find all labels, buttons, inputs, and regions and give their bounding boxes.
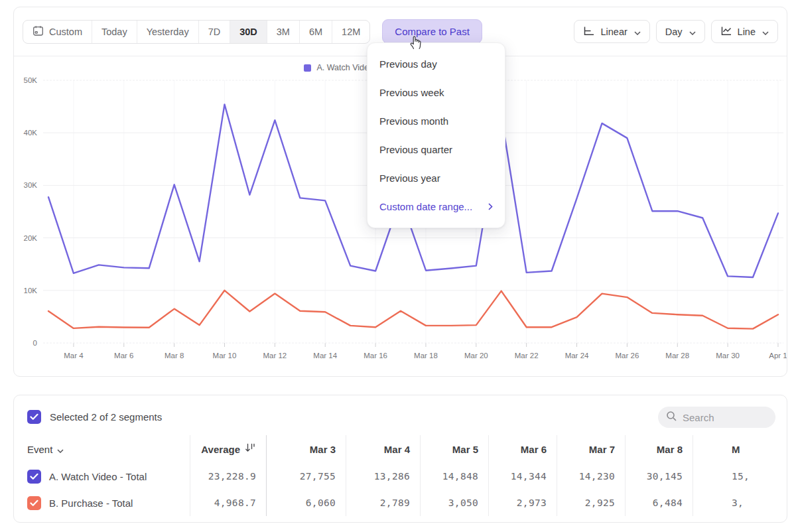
range-button-yesterday[interactable]: Yesterday: [137, 21, 198, 43]
range-button-3m[interactable]: 3M: [267, 21, 299, 43]
menu-item-custom-date-range[interactable]: Custom date range...: [367, 192, 505, 221]
menu-item-previous-day[interactable]: Previous day: [367, 50, 505, 78]
svg-text:Mar 4: Mar 4: [64, 352, 84, 360]
segment-checkbox[interactable]: [27, 470, 41, 484]
menu-item-previous-week[interactable]: Previous week: [367, 78, 505, 107]
range-button-6m[interactable]: 6M: [299, 21, 332, 43]
view-controls: Linear Day Line: [574, 20, 778, 43]
svg-text:Mar 18: Mar 18: [414, 352, 438, 360]
menu-item-previous-month[interactable]: Previous month: [367, 107, 505, 135]
calendar-icon: [33, 25, 44, 38]
table-cell: 3,050: [420, 490, 488, 516]
table-cell: 14,230: [557, 463, 625, 490]
date-range-segmented-control: CustomTodayYesterday7D30D3M6M12M: [23, 20, 370, 44]
range-button-30d[interactable]: 30D: [230, 21, 267, 43]
segment-checkbox[interactable]: [27, 496, 41, 510]
range-label: 6M: [309, 27, 322, 37]
segments-header: Selected 2 of 2 segments: [14, 395, 787, 434]
svg-text:Apr 1: Apr 1: [769, 352, 787, 360]
date-column-header[interactable]: Mar 4: [346, 435, 420, 463]
sort-descending-icon: [245, 443, 256, 455]
svg-text:Mar 12: Mar 12: [263, 352, 287, 360]
svg-text:Mar 24: Mar 24: [565, 352, 589, 360]
range-button-7d[interactable]: 7D: [198, 21, 230, 43]
date-header-label: Mar 5: [452, 444, 478, 455]
chevron-right-icon: [488, 201, 493, 212]
chevron-down-icon: [634, 27, 641, 37]
average-column-header[interactable]: Average: [190, 435, 266, 463]
svg-text:Mar 22: Mar 22: [515, 352, 539, 360]
chart-type-dropdown-button[interactable]: Line: [711, 20, 778, 43]
segment-name-cell: A. Watch Video - Total: [14, 463, 190, 490]
scale-dropdown-button[interactable]: Linear: [574, 20, 649, 43]
average-cell: 4,968.7: [190, 490, 266, 516]
svg-text:Mar 30: Mar 30: [716, 352, 740, 360]
svg-text:30K: 30K: [24, 181, 38, 189]
date-column-header[interactable]: Mar 3: [266, 435, 346, 463]
date-header-label: Mar 3: [310, 444, 336, 455]
chevron-down-icon: [689, 27, 696, 37]
menu-item-previous-quarter[interactable]: Previous quarter: [367, 135, 505, 164]
date-column-header[interactable]: Mar 5: [420, 435, 488, 463]
svg-text:Mar 16: Mar 16: [364, 352, 387, 360]
cell-value: 2,925: [585, 498, 615, 508]
search-input[interactable]: [683, 412, 762, 423]
table-cell: 30,145: [625, 463, 693, 490]
range-label: 3M: [277, 27, 290, 37]
event-label-text: Event: [27, 444, 52, 455]
table-cell: 2,973: [488, 490, 557, 516]
average-cell: 23,228.9: [190, 463, 266, 490]
cell-value: 15,: [732, 471, 750, 482]
chevron-down-icon: [57, 444, 64, 455]
cell-value: 14,344: [511, 471, 547, 482]
svg-text:Mar 20: Mar 20: [464, 352, 488, 360]
table-cell: 14,848: [420, 463, 488, 490]
svg-text:Mar 14: Mar 14: [313, 352, 337, 360]
svg-text:20K: 20K: [24, 234, 38, 242]
cell-value: 6,060: [306, 498, 336, 508]
scale-label: Linear: [600, 27, 627, 37]
table-header-row: EventAverageMar 3Mar 4Mar 5Mar 6Mar 7Mar…: [14, 435, 787, 463]
menu-item-previous-year[interactable]: Previous year: [367, 164, 505, 192]
range-button-today[interactable]: Today: [92, 21, 137, 43]
table-cell: 13,286: [346, 463, 420, 490]
range-button-custom[interactable]: Custom: [23, 21, 92, 43]
legend-swatch: [304, 64, 311, 72]
series-line-b[interactable]: [48, 291, 778, 329]
search-box[interactable]: [658, 407, 775, 428]
svg-text:Mar 28: Mar 28: [665, 352, 689, 360]
segment-name: B. Purchase - Total: [49, 498, 133, 509]
event-header-label: Event: [27, 444, 64, 455]
menu-item-label: Custom date range...: [379, 201, 472, 212]
range-button-12m[interactable]: 12M: [332, 21, 369, 43]
date-column-header[interactable]: Mar 8: [625, 435, 693, 463]
date-header-label: Mar 8: [657, 444, 683, 455]
date-header-label: M: [732, 444, 740, 455]
cell-value: 2,789: [380, 498, 410, 508]
chart-type-label: Line: [738, 27, 756, 37]
compare-to-past-menu: Previous dayPrevious weekPrevious monthP…: [367, 42, 505, 228]
table-cell: 6,484: [625, 490, 693, 516]
event-column-header[interactable]: Event: [14, 435, 190, 463]
date-column-header[interactable]: Mar 7: [557, 435, 625, 463]
table-cell-clipped: 15,: [693, 463, 787, 490]
date-column-header-clipped: M: [693, 435, 787, 463]
svg-text:Mar 6: Mar 6: [114, 352, 133, 360]
table-cell: 2,789: [346, 490, 420, 516]
select-all-checkbox[interactable]: [27, 410, 41, 424]
interval-dropdown-button[interactable]: Day: [656, 20, 705, 43]
compare-to-past-button[interactable]: Compare to Past: [382, 19, 482, 44]
svg-text:Mar 8: Mar 8: [165, 352, 184, 360]
segments-table: EventAverageMar 3Mar 4Mar 5Mar 6Mar 7Mar…: [14, 435, 787, 516]
cell-value: 13,286: [374, 471, 410, 482]
range-label: 12M: [342, 27, 360, 37]
table-cell: 2,925: [557, 490, 625, 516]
cell-value: 3,: [732, 498, 744, 508]
date-column-header[interactable]: Mar 6: [488, 435, 557, 463]
date-header-label: Mar 6: [521, 444, 547, 455]
table-row: B. Purchase - Total4,968.76,0602,7893,05…: [14, 490, 787, 516]
svg-text:40K: 40K: [24, 129, 38, 137]
cell-value: 27,755: [300, 471, 336, 482]
table-cell: 14,344: [488, 463, 557, 490]
chevron-down-icon: [762, 27, 769, 37]
